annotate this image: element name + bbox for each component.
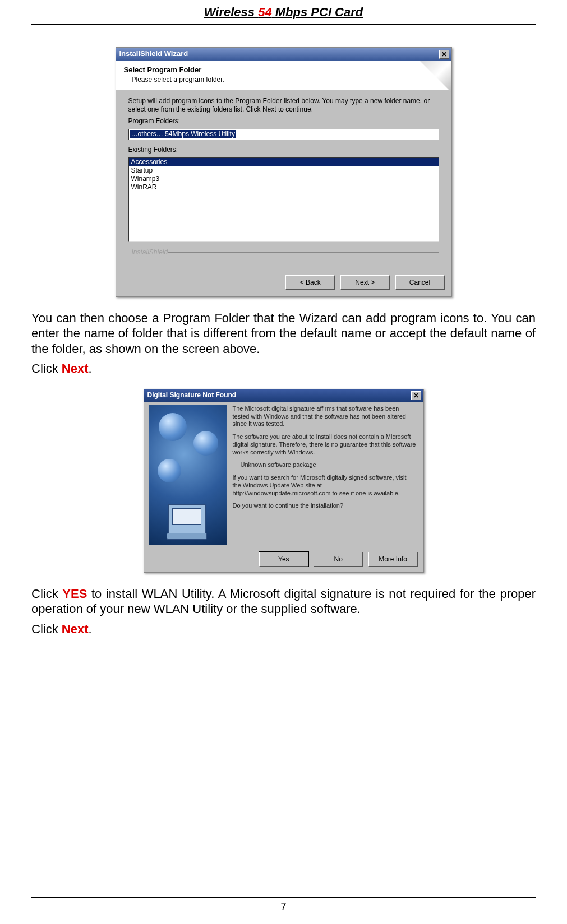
- title-post: Mbps PCI Card: [272, 5, 363, 19]
- list-item[interactable]: Winamp3: [129, 175, 439, 183]
- more-info-button[interactable]: More Info: [368, 552, 418, 567]
- click-next-post-2: .: [88, 622, 91, 636]
- figure-installshield: InstallShield Wizard ✕ Select Program Fo…: [31, 47, 536, 297]
- click-next-pre: Click: [31, 361, 62, 375]
- dialog2-title: Digital Signature Not Found: [147, 391, 237, 400]
- click-next-line-2: Click Next.: [31, 621, 536, 637]
- click-next-word: Next: [62, 361, 89, 375]
- dialog1-subheading: Please select a program folder.: [132, 76, 444, 84]
- p2-post: to install WLAN Utility. A Microsoft dig…: [31, 587, 536, 616]
- next-button[interactable]: Next >: [340, 275, 390, 290]
- title-pre: Wireless: [204, 5, 258, 19]
- dialog2-pkg: Unknown software package: [241, 461, 417, 469]
- click-next-pre-2: Click: [31, 622, 62, 636]
- click-next-word-2: Next: [62, 622, 89, 636]
- dialog1-header-area: Select Program Folder Please select a pr…: [116, 61, 451, 90]
- dialog2-p2: The software you are about to install do…: [233, 433, 417, 456]
- page-header: Wireless 54 Mbps PCI Card: [31, 0, 536, 25]
- dialog2-titlebar: Digital Signature Not Found ✕: [144, 389, 423, 402]
- dialog2-body: The Microsoft digital signature affirms …: [144, 402, 423, 549]
- dialog1-title: InstallShield Wizard: [119, 49, 188, 58]
- dialog1-body: Setup will add program icons to the Prog…: [116, 90, 451, 270]
- paragraph-2: Click YES to install WLAN Utility. A Mic…: [31, 586, 536, 617]
- doc-title: Wireless 54 Mbps PCI Card: [204, 5, 363, 19]
- click-next-line-1: Click Next.: [31, 361, 536, 377]
- brand-row: InstallShield: [128, 244, 439, 266]
- signature-dialog: Digital Signature Not Found ✕ The Micros…: [144, 389, 424, 573]
- paragraph-1: You can then choose a Program Folder tha…: [31, 310, 536, 357]
- dialog2-p3: If you want to search for Microsoft digi…: [233, 474, 417, 497]
- brand-divider: [168, 252, 439, 253]
- close-icon[interactable]: ✕: [439, 50, 449, 59]
- orb-icon: [193, 431, 218, 456]
- back-button[interactable]: < Back: [285, 275, 335, 290]
- page-content: InstallShield Wizard ✕ Select Program Fo…: [0, 25, 567, 637]
- brand-label: InstallShield: [132, 248, 168, 257]
- dialog1-instruction: Setup will add program icons to the Prog…: [128, 97, 439, 114]
- close-icon[interactable]: ✕: [411, 391, 421, 400]
- list-item[interactable]: Accessories: [129, 158, 439, 166]
- program-folders-input[interactable]: …others… 54Mbps Wireless Utility: [128, 129, 439, 140]
- list-item[interactable]: Startup: [129, 166, 439, 175]
- no-button[interactable]: No: [314, 552, 363, 567]
- p2-yes: YES: [62, 587, 87, 601]
- dialog2-p4: Do you want to continue the installation…: [233, 502, 417, 510]
- program-folders-value: …others… 54Mbps Wireless Utility: [130, 130, 236, 138]
- p2-pre: Click: [31, 587, 62, 601]
- dialog2-text: The Microsoft digital signature affirms …: [233, 405, 419, 545]
- existing-folders-list[interactable]: Accessories Startup Winamp3 WinRAR: [128, 157, 439, 242]
- dialog2-p1: The Microsoft digital signature affirms …: [233, 405, 417, 428]
- click-next-post: .: [88, 361, 91, 375]
- list-item[interactable]: WinRAR: [129, 183, 439, 192]
- dialog1-titlebar: InstallShield Wizard ✕: [116, 48, 451, 61]
- figure-signature: Digital Signature Not Found ✕ The Micros…: [31, 389, 536, 573]
- dialog2-graphic: [149, 405, 227, 545]
- program-folders-label: Program Folders:: [128, 117, 439, 126]
- computer-icon: [168, 504, 206, 535]
- dialog1-buttons: < Back Next > Cancel: [116, 270, 451, 296]
- title-mid: 54: [258, 5, 271, 19]
- dialog2-buttons: Yes No More Info: [144, 549, 423, 572]
- existing-folders-label: Existing Folders:: [128, 146, 439, 154]
- installshield-dialog: InstallShield Wizard ✕ Select Program Fo…: [116, 47, 452, 297]
- dialog1-heading: Select Program Folder: [124, 66, 444, 75]
- cancel-button[interactable]: Cancel: [395, 275, 445, 290]
- orb-icon: [158, 459, 181, 482]
- yes-button[interactable]: Yes: [259, 552, 308, 567]
- orb-icon: [159, 413, 187, 441]
